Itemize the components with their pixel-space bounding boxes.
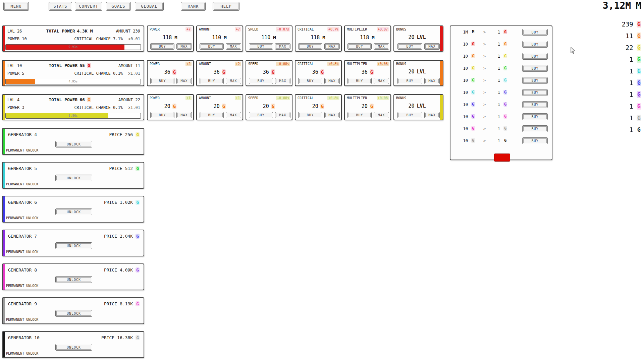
buy-button[interactable]: BUY: [200, 112, 224, 118]
max-button[interactable]: MAX: [226, 43, 241, 50]
generator-power: POWER 3: [7, 105, 24, 110]
menu-button-help[interactable]: HELP: [213, 2, 239, 11]
locked-generator-panel: GENERATOR 6PRICE1.02KGUNLOCKPERMANENT UN…: [2, 196, 144, 223]
buy-button[interactable]: BUY: [298, 78, 322, 84]
max-button[interactable]: MAX: [424, 78, 440, 84]
menu-button-stats[interactable]: STATS: [49, 2, 72, 11]
buy-button[interactable]: BUY: [347, 43, 372, 50]
convert-to-amount: 1: [494, 78, 500, 83]
buy-button[interactable]: BUY: [522, 53, 548, 60]
bonus-accent-bar: [440, 95, 443, 120]
convert-to-amount: 1: [494, 42, 500, 47]
buy-button[interactable]: BUY: [397, 112, 422, 118]
bonus-value-number: 20: [408, 103, 414, 109]
generator-accent-bar: [3, 230, 5, 256]
upgrade-delta: +0.7%: [327, 27, 339, 32]
currency-symbol: G: [503, 78, 507, 82]
wallet-entry-value: 1: [629, 103, 633, 110]
locked-generator-price: PRICE2.04KG: [104, 234, 140, 239]
max-button[interactable]: MAX: [374, 112, 389, 118]
buy-button[interactable]: BUY: [522, 77, 548, 84]
upgrade-label: MULTIPLIER: [347, 27, 367, 31]
upgrade-delta: +7: [235, 27, 241, 32]
menu-button-goals[interactable]: GOALS: [106, 2, 131, 11]
wallet-entry: 1G: [547, 124, 641, 135]
max-button[interactable]: MAX: [424, 43, 440, 50]
price-value: 512: [125, 166, 133, 171]
upgrade-cost: 110M: [246, 35, 292, 41]
generator-critical-line: CRITICAL CHANCE 0.1%x1.01: [74, 105, 140, 110]
upgrade-label: POWER: [150, 27, 160, 31]
buy-button[interactable]: BUY: [200, 78, 224, 84]
max-button[interactable]: MAX: [176, 112, 192, 118]
max-button[interactable]: MAX: [226, 112, 241, 118]
buy-button[interactable]: BUY: [397, 78, 422, 84]
buy-button[interactable]: BUY: [200, 43, 224, 50]
unlock-button[interactable]: UNLOCK: [55, 344, 92, 351]
max-button[interactable]: MAX: [275, 78, 290, 84]
buy-button[interactable]: BUY: [249, 43, 273, 50]
max-button[interactable]: MAX: [275, 112, 290, 118]
menu-button-rank[interactable]: RANK: [181, 2, 206, 11]
upgrade-delta: +0.8%: [327, 62, 339, 66]
upgrade-cost: 36G: [197, 69, 243, 75]
bonus-label: BONUS: [396, 96, 406, 100]
buy-button[interactable]: BUY: [522, 29, 548, 36]
arrow-right-icon: >: [483, 114, 486, 119]
currency-symbol: G: [471, 42, 475, 46]
buy-button[interactable]: BUY: [522, 41, 548, 48]
bonus-accent-bar: [440, 26, 443, 51]
buy-button[interactable]: BUY: [249, 112, 273, 118]
menu-button-global[interactable]: GLOBAL: [135, 2, 164, 11]
buy-button[interactable]: BUY: [522, 65, 548, 72]
convert-action-button[interactable]: [494, 154, 510, 162]
buy-button[interactable]: BUY: [150, 112, 174, 118]
max-button[interactable]: MAX: [176, 78, 192, 84]
unlock-button[interactable]: UNLOCK: [55, 175, 92, 181]
max-button[interactable]: MAX: [424, 112, 440, 118]
total-power-value: 55: [79, 63, 85, 68]
unlock-button[interactable]: UNLOCK: [55, 141, 92, 147]
max-button[interactable]: MAX: [374, 78, 389, 84]
buy-button[interactable]: BUY: [522, 101, 548, 108]
currency-symbol: G: [471, 54, 475, 58]
menu-button-menu[interactable]: MENU: [3, 2, 29, 11]
buy-button[interactable]: BUY: [347, 112, 372, 118]
wallet-entry-value: 1: [629, 79, 633, 86]
upgrade-delta: +1: [235, 96, 241, 100]
menu-button-convert[interactable]: CONVERT: [75, 2, 102, 11]
max-button[interactable]: MAX: [324, 78, 340, 84]
unlock-button[interactable]: UNLOCK: [55, 208, 92, 215]
buy-button[interactable]: BUY: [249, 78, 273, 84]
bonus-value-unit: LVL: [417, 34, 426, 40]
buy-button[interactable]: BUY: [298, 112, 322, 118]
buy-button[interactable]: BUY: [347, 78, 372, 84]
upgrade-label: CRITICAL: [298, 62, 314, 66]
unlock-button[interactable]: UNLOCK: [55, 310, 92, 317]
buy-button[interactable]: BUY: [150, 78, 174, 84]
upgrade-cost-value: 118: [163, 35, 172, 41]
unlock-button[interactable]: UNLOCK: [55, 242, 92, 249]
max-button[interactable]: MAX: [374, 43, 389, 50]
locked-generator-price: PRICE16.38KG: [101, 335, 140, 340]
currency-symbol: G: [136, 200, 140, 205]
unlock-button[interactable]: UNLOCK: [55, 276, 92, 283]
buy-button[interactable]: BUY: [522, 89, 548, 96]
buy-button[interactable]: BUY: [150, 43, 174, 50]
buy-button[interactable]: BUY: [298, 43, 322, 50]
bonus-value-number: 20: [408, 69, 414, 75]
buy-button[interactable]: BUY: [522, 125, 548, 132]
max-button[interactable]: MAX: [275, 43, 290, 50]
locked-generator-title: GENERATOR 4: [8, 132, 37, 137]
buy-button[interactable]: BUY: [397, 43, 422, 50]
max-button[interactable]: MAX: [324, 43, 340, 50]
max-button[interactable]: MAX: [226, 78, 241, 84]
wallet-list: 239G11G22G1G1G1G1G1G1G1G: [547, 18, 641, 135]
max-button[interactable]: MAX: [176, 43, 192, 50]
buy-button[interactable]: BUY: [522, 113, 548, 120]
wallet-entry: 1G: [547, 100, 641, 112]
upgrade-delta: -0.07s: [276, 27, 290, 32]
max-button[interactable]: MAX: [324, 112, 340, 118]
buy-button[interactable]: BUY: [522, 137, 548, 144]
upgrade-cost-value: 20: [214, 103, 220, 109]
